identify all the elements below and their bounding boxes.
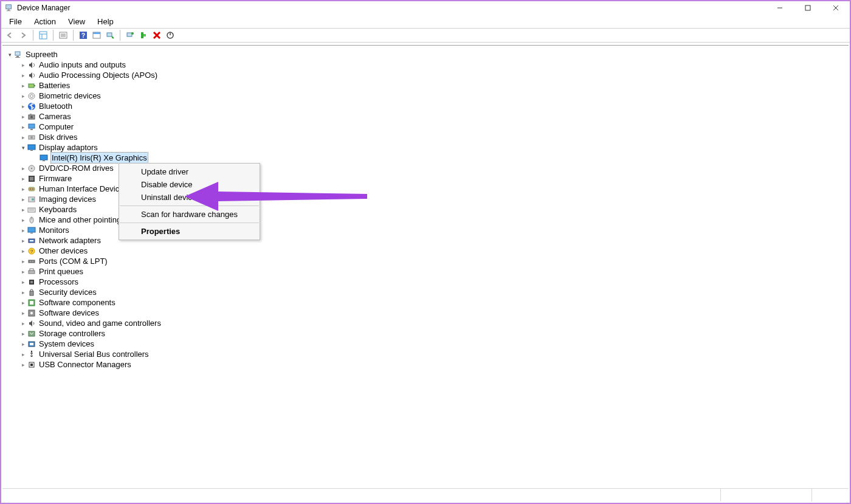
tree-category[interactable]: ▸ Bluetooth xyxy=(2,101,849,111)
chevron-right-icon[interactable]: ▸ xyxy=(19,92,27,100)
show-hide-console-button[interactable] xyxy=(37,29,49,41)
tree-category-label: Security devices xyxy=(39,287,97,297)
help-button[interactable]: ? xyxy=(77,29,89,41)
properties-button[interactable] xyxy=(57,29,69,41)
chevron-right-icon[interactable]: ▸ xyxy=(19,278,27,286)
chevron-right-icon[interactable]: ▸ xyxy=(19,340,27,348)
enable-device-button[interactable] xyxy=(137,29,150,41)
tree-category-label: Display adaptors xyxy=(39,142,98,153)
tree-category[interactable]: ▸ Storage controllers xyxy=(2,328,849,339)
tree-category[interactable]: ▸ Processors xyxy=(2,277,849,287)
chevron-right-icon[interactable]: ▸ xyxy=(19,227,27,234)
chevron-right-icon[interactable]: ▸ xyxy=(19,361,27,368)
tree-category[interactable]: ▸ Computer xyxy=(2,122,849,132)
usbconn-icon xyxy=(27,361,36,369)
tree-category[interactable]: ▸ Biometric devices xyxy=(2,91,849,101)
chevron-right-icon[interactable]: ▸ xyxy=(19,134,27,141)
tree-category[interactable]: ▸ USB Connector Managers xyxy=(2,359,849,370)
tree-category-label: Other devices xyxy=(39,246,88,256)
tree-category-label: Biometric devices xyxy=(39,91,101,101)
scan-hardware-button[interactable] xyxy=(104,29,116,41)
svg-point-67 xyxy=(32,261,33,262)
context-menu-item[interactable]: Update driver xyxy=(119,165,260,178)
tree-device[interactable]: Intel(R) Iris(R) Xe Graphics xyxy=(2,153,849,163)
tree-category-label: Sound, video and game controllers xyxy=(39,318,161,328)
chevron-right-icon[interactable]: ▸ xyxy=(19,185,27,193)
uninstall-button[interactable] xyxy=(151,29,163,41)
chevron-right-icon[interactable]: ▸ xyxy=(19,247,27,255)
chevron-down-icon[interactable]: ▾ xyxy=(6,51,13,58)
chevron-right-icon[interactable]: ▸ xyxy=(19,103,27,110)
toolbar: ? xyxy=(1,28,850,43)
context-menu-item[interactable]: Uninstall device xyxy=(119,191,260,204)
chevron-right-icon[interactable]: ▸ xyxy=(19,165,27,172)
chevron-down-icon[interactable]: ▾ xyxy=(19,144,27,151)
tree-category[interactable]: ▾ Display adaptors xyxy=(2,142,849,153)
svg-rect-22 xyxy=(141,32,143,38)
back-button[interactable] xyxy=(4,29,16,41)
menu-action[interactable]: Action xyxy=(28,16,62,27)
bluetooth-icon xyxy=(27,102,36,111)
svg-point-35 xyxy=(30,116,33,118)
chevron-right-icon[interactable]: ▸ xyxy=(19,351,27,358)
chevron-right-icon[interactable]: ▸ xyxy=(19,320,27,327)
minimize-button[interactable] xyxy=(766,1,794,15)
svg-point-32 xyxy=(30,94,33,97)
tree-category[interactable]: ▸ Cameras xyxy=(2,111,849,122)
chevron-right-icon[interactable]: ▸ xyxy=(19,289,27,296)
tree-category[interactable]: ▸ System devices xyxy=(2,339,849,349)
menu-view[interactable]: View xyxy=(62,16,91,27)
tree-category[interactable]: ▸ Disk drives xyxy=(2,132,849,142)
disable-button[interactable] xyxy=(164,29,176,41)
forward-button[interactable] xyxy=(17,29,29,41)
chevron-right-icon[interactable]: ▸ xyxy=(19,299,27,306)
storage-icon xyxy=(27,330,36,338)
tree-category[interactable]: ▸ ? Other devices xyxy=(2,246,849,256)
menu-file[interactable]: File xyxy=(3,16,28,27)
svg-rect-2 xyxy=(7,10,11,11)
update-driver-button[interactable] xyxy=(124,29,136,41)
tree-category[interactable]: ▸ Universal Serial Bus controllers xyxy=(2,349,849,359)
tree-category-label: Bluetooth xyxy=(39,101,72,111)
tree-category[interactable]: ▸ Batteries xyxy=(2,80,849,91)
security-icon xyxy=(27,288,36,297)
svg-rect-65 xyxy=(29,260,35,263)
window-title: Device Manager xyxy=(17,4,70,12)
tree-category[interactable]: ▸ Sound, video and game controllers xyxy=(2,318,849,328)
app-icon xyxy=(5,4,13,12)
tree-category[interactable]: ▸ Print queues xyxy=(2,266,849,277)
chevron-right-icon[interactable]: ▸ xyxy=(19,82,27,89)
usb-icon xyxy=(27,350,36,359)
menu-help[interactable]: Help xyxy=(91,16,120,27)
dvd-icon xyxy=(27,164,36,173)
close-button[interactable] xyxy=(822,1,850,15)
context-menu-item[interactable]: Properties xyxy=(119,225,260,238)
chevron-right-icon[interactable]: ▸ xyxy=(19,268,27,275)
chevron-right-icon[interactable]: ▸ xyxy=(19,330,27,337)
context-menu-item[interactable]: Disable device xyxy=(119,178,260,191)
action-button[interactable] xyxy=(91,29,103,41)
chevron-right-icon[interactable]: ▸ xyxy=(19,309,27,317)
tree-category[interactable]: ▸ Software components xyxy=(2,297,849,308)
chevron-right-icon[interactable]: ▸ xyxy=(19,113,27,120)
chevron-right-icon[interactable]: ▸ xyxy=(19,196,27,203)
tree-category[interactable]: ▸ Ports (COM & LPT) xyxy=(2,256,849,266)
chevron-right-icon[interactable]: ▸ xyxy=(19,123,27,131)
tree-root[interactable]: ▾ Supreeth xyxy=(2,49,849,60)
chevron-right-icon[interactable]: ▸ xyxy=(19,216,27,224)
tree-category[interactable]: ▸ Audio Processing Objects (APOs) xyxy=(2,70,849,80)
chevron-right-icon[interactable]: ▸ xyxy=(19,258,27,265)
maximize-button[interactable] xyxy=(794,1,822,15)
context-menu-item[interactable]: Scan for hardware changes xyxy=(119,208,260,221)
svg-point-40 xyxy=(30,136,33,139)
chevron-right-icon[interactable]: ▸ xyxy=(19,206,27,213)
tree-category[interactable]: ▸ Security devices xyxy=(2,287,849,297)
cpu-icon xyxy=(27,278,36,286)
tree-category[interactable]: ▸ Software devices xyxy=(2,308,849,318)
svg-text:?: ? xyxy=(30,249,33,254)
tree-category[interactable]: ▸ Audio inputs and outputs xyxy=(2,60,849,70)
chevron-right-icon[interactable]: ▸ xyxy=(19,175,27,182)
chevron-right-icon[interactable]: ▸ xyxy=(19,72,27,79)
chevron-right-icon[interactable]: ▸ xyxy=(19,237,27,244)
chevron-right-icon[interactable]: ▸ xyxy=(19,61,27,69)
